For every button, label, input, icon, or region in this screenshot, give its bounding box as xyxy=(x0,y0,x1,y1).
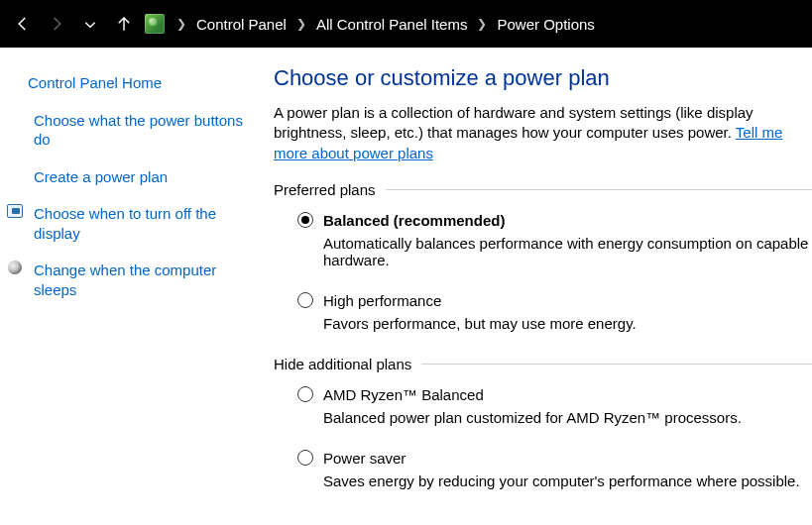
chevron-right-icon[interactable]: ❯ xyxy=(171,17,192,31)
control-panel-icon xyxy=(145,14,165,34)
sidebar-link-label: Create a power plan xyxy=(34,167,168,187)
breadcrumb-item[interactable]: Control Panel xyxy=(194,12,289,37)
intro-pre: A power plan is a collection of hardware… xyxy=(274,104,754,141)
sidebar: Control Panel Home Choose what the power… xyxy=(0,48,268,525)
group-header: Preferred plans xyxy=(274,181,812,198)
plan-name: Power saver xyxy=(323,450,406,467)
preferred-plans-group: Preferred plans Balanced (recommended) A… xyxy=(274,181,812,332)
up-button[interactable] xyxy=(107,7,141,41)
monitor-icon xyxy=(6,204,24,218)
group-label: Preferred plans xyxy=(274,181,386,198)
chevron-right-icon[interactable]: ❯ xyxy=(290,17,312,31)
group-divider xyxy=(421,364,812,365)
sidebar-link-display-off[interactable]: Choose when to turn off the display xyxy=(28,204,248,243)
plan-amd-ryzen: AMD Ryzen™ Balanced Balanced power plan … xyxy=(274,386,812,426)
chevron-right-icon[interactable]: ❯ xyxy=(471,17,493,31)
breadcrumb-item[interactable]: All Control Panel Items xyxy=(314,12,470,37)
group-header[interactable]: Hide additional plans xyxy=(274,356,812,372)
group-label: Hide additional plans xyxy=(274,356,421,372)
sidebar-link-label: Choose when to turn off the display xyxy=(34,204,248,243)
sidebar-link-power-buttons[interactable]: Choose what the power buttons do xyxy=(28,111,248,150)
sidebar-link-label: Change when the computer sleeps xyxy=(34,261,248,299)
plan-description: Favors performance, but may use more ene… xyxy=(323,315,812,332)
breadcrumb: ❯ Control Panel ❯ All Control Panel Item… xyxy=(145,12,597,37)
sidebar-link-create-plan[interactable]: Create a power plan xyxy=(28,167,248,187)
main-content: Choose or customize a power plan A power… xyxy=(268,48,812,525)
page-heading: Choose or customize a power plan xyxy=(274,65,812,91)
plan-description: Automatically balances performance with … xyxy=(323,235,812,268)
plan-balanced: Balanced (recommended) Automatically bal… xyxy=(274,212,812,268)
recent-locations-button[interactable] xyxy=(73,7,107,41)
radio-button[interactable] xyxy=(297,292,313,308)
additional-plans-group: Hide additional plans AMD Ryzen™ Balance… xyxy=(274,356,812,489)
plan-radio-row[interactable]: AMD Ryzen™ Balanced xyxy=(297,386,812,403)
plan-name: High performance xyxy=(323,292,441,309)
radio-button[interactable] xyxy=(297,450,313,466)
plan-radio-row[interactable]: Balanced (recommended) xyxy=(297,212,812,229)
plan-name: AMD Ryzen™ Balanced xyxy=(323,386,484,403)
plan-power-saver: Power saver Saves energy by reducing you… xyxy=(274,450,812,489)
plan-name: Balanced (recommended) xyxy=(323,212,505,229)
plan-description: Balanced power plan customized for AMD R… xyxy=(323,409,812,426)
group-divider xyxy=(386,189,812,190)
plan-description: Saves energy by reducing your computer's… xyxy=(323,472,812,489)
plan-high-performance: High performance Favors performance, but… xyxy=(274,292,812,332)
sidebar-link-label: Choose what the power buttons do xyxy=(34,111,248,150)
address-bar: ❯ Control Panel ❯ All Control Panel Item… xyxy=(0,0,812,48)
back-button[interactable] xyxy=(6,7,40,41)
sidebar-home-label: Control Panel Home xyxy=(28,73,162,93)
sidebar-link-sleep[interactable]: Change when the computer sleeps xyxy=(28,261,248,299)
sidebar-home-link[interactable]: Control Panel Home xyxy=(28,73,248,93)
radio-button[interactable] xyxy=(297,212,313,228)
breadcrumb-item[interactable]: Power Options xyxy=(495,12,596,37)
moon-icon xyxy=(6,261,24,274)
intro-text: A power plan is a collection of hardware… xyxy=(274,103,812,163)
plan-radio-row[interactable]: High performance xyxy=(297,292,812,309)
plan-radio-row[interactable]: Power saver xyxy=(297,450,812,467)
radio-button[interactable] xyxy=(297,386,313,402)
forward-button[interactable] xyxy=(40,7,73,41)
